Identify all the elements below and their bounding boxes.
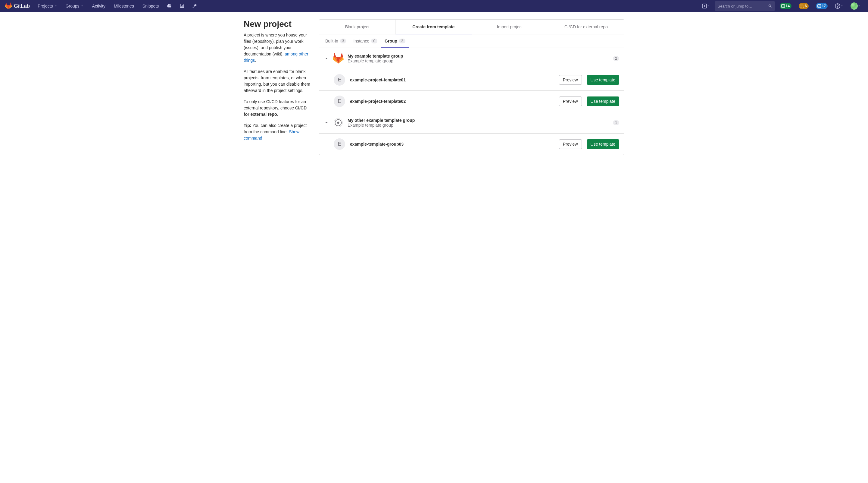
group-subtitle: Example template group [347,123,609,127]
preview-button[interactable]: Preview [559,139,582,149]
brand-name: GitLab [14,3,30,9]
svg-point-3 [801,4,802,6]
nav-analytics-icon[interactable] [177,0,187,12]
template-name: example-template-group03 [350,142,554,146]
chevron-down-icon [81,4,84,7]
nav-admin-icon[interactable] [189,0,200,12]
use-template-button[interactable]: Use template [587,75,619,85]
nav-help-icon[interactable] [833,0,846,12]
creation-tabs: Blank project Create from template Impor… [319,20,624,34]
top-navbar: GitLab Projects Groups Activity Mileston… [0,0,868,12]
circle-icon [334,118,342,127]
nav-groups[interactable]: Groups [63,0,87,12]
group-template-count: 2 [613,56,619,61]
nav-issues-badge[interactable]: 14 [777,0,794,12]
wrench-icon [192,3,197,9]
user-avatar [850,2,858,10]
group-title: My example template group [347,54,609,58]
subtab-group[interactable]: Group3 [381,34,409,48]
svg-point-5 [803,7,804,8]
search-input[interactable] [718,4,768,8]
template-row: E example-project-template01 Preview Use… [319,69,624,91]
search-icon [768,4,772,8]
nav-todo-badge[interactable]: 17 [813,0,830,12]
main-panel: Blank project Create from template Impor… [319,19,624,155]
svg-point-4 [801,7,802,8]
tab-cicd-external[interactable]: CI/CD for external repo [548,20,624,34]
chevron-down-icon [840,4,843,7]
group-subtitle: Example template group [347,58,609,63]
group-template-count: 1 [613,120,619,125]
search-box[interactable] [715,1,775,11]
nav-create-icon[interactable] [700,0,712,12]
template-source-tabs: Built-in3 Instance0 Group3 [319,34,624,48]
nav-performance-icon[interactable] [164,0,175,12]
template-name: example-project-template02 [350,99,554,104]
gitlab-logo[interactable]: GitLab [5,2,30,10]
nav-milestones[interactable]: Milestones [111,0,137,12]
desc-p1: A project is where you house your files … [244,32,312,64]
chevron-down-icon [707,4,710,7]
chevron-down-icon [324,120,329,125]
gauge-icon [166,3,172,9]
preview-button[interactable]: Preview [559,75,582,85]
desc-p4: Tip: You can also create a project from … [244,122,312,141]
group-avatar-icon [334,118,343,127]
nav-mr-badge[interactable]: 6 [796,0,811,12]
use-template-button[interactable]: Use template [587,139,619,149]
chevron-down-icon [858,4,861,7]
nav-user-menu[interactable] [848,0,863,12]
nav-snippets[interactable]: Snippets [140,0,162,12]
project-avatar: E [334,138,345,150]
question-circle-icon [835,3,840,9]
template-group-header[interactable]: My other example template group Example … [319,112,624,134]
chevron-down-icon [54,4,57,7]
desc-p2: All features are enabled for blank proje… [244,68,312,94]
issues-icon [781,4,785,8]
tab-blank-project[interactable]: Blank project [319,20,396,34]
group-title: My other example template group [347,118,609,123]
project-avatar: E [334,74,345,86]
page-body: New project A project is where you house… [214,12,654,162]
plus-square-icon [702,4,707,8]
svg-point-2 [782,5,784,7]
template-row: E example-template-group03 Preview Use t… [319,134,624,155]
todo-icon [817,4,821,8]
page-title: New project [244,19,312,29]
merge-request-icon [800,4,804,8]
nav-activity[interactable]: Activity [89,0,108,12]
left-description: New project A project is where you house… [221,19,312,155]
template-row: E example-project-template02 Preview Use… [319,91,624,112]
group-count: 3 [399,38,405,44]
tanuki-icon [5,2,12,10]
tab-create-from-template[interactable]: Create from template [396,20,472,34]
chart-icon [179,3,185,9]
template-name: example-project-template01 [350,78,554,82]
preview-button[interactable]: Preview [559,96,582,106]
subtab-instance[interactable]: Instance0 [350,34,381,48]
instance-count: 0 [371,38,377,44]
builtin-count: 3 [340,38,346,44]
template-group-header[interactable]: My example template group Example templa… [319,48,624,69]
desc-p3: To only use CI/CD features for an extern… [244,98,312,118]
tab-import-project[interactable]: Import project [472,20,548,34]
project-avatar: E [334,95,345,107]
subtab-builtin[interactable]: Built-in3 [322,34,350,48]
use-template-button[interactable]: Use template [587,96,619,106]
group-logo [333,117,344,129]
chevron-down-icon [324,56,329,61]
tanuki-icon [333,53,344,64]
svg-point-9 [337,122,339,124]
nav-projects[interactable]: Projects [35,0,60,12]
group-logo [333,53,344,64]
